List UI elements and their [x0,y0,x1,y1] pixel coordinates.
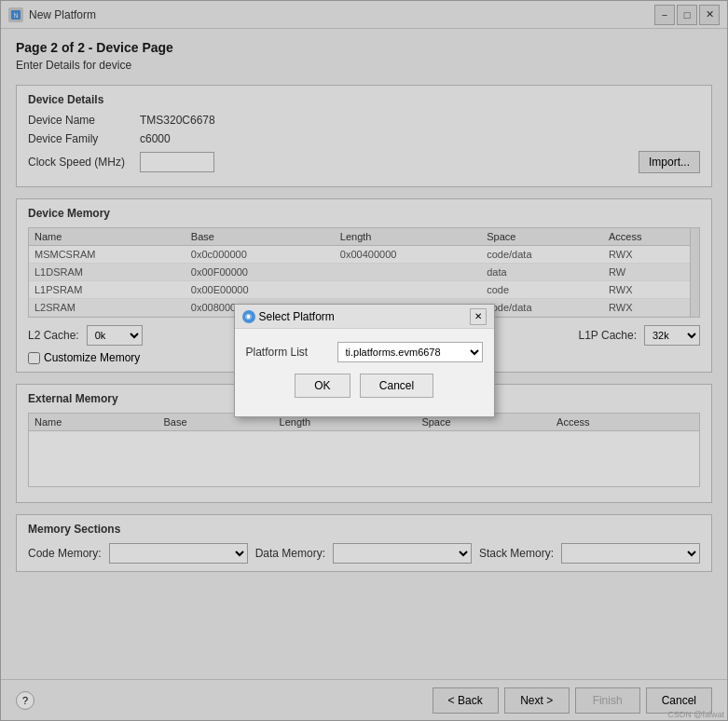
modal-close-button[interactable]: ✕ [470,308,487,325]
main-window: N New Platform − □ ✕ Page 2 of 2 - Devic… [0,0,728,721]
modal-buttons: OK Cancel [246,374,483,407]
modal-body: Platform List ti.platforms.evm6678 OK Ca… [235,329,494,416]
platform-list-row: Platform List ti.platforms.evm6678 [246,342,483,362]
modal-title: Select Platform [259,310,335,323]
modal-titlebar: ◉ Select Platform ✕ [235,305,494,329]
modal-ok-button[interactable]: OK [295,374,350,398]
platform-list-label: Platform List [246,346,330,359]
platform-list-select[interactable]: ti.platforms.evm6678 [337,342,483,362]
modal-cancel-button[interactable]: Cancel [360,374,433,398]
modal-icon: ◉ [242,310,255,323]
select-platform-modal: ◉ Select Platform ✕ Platform List ti.pla… [234,304,495,417]
modal-overlay: ◉ Select Platform ✕ Platform List ti.pla… [0,0,728,721]
